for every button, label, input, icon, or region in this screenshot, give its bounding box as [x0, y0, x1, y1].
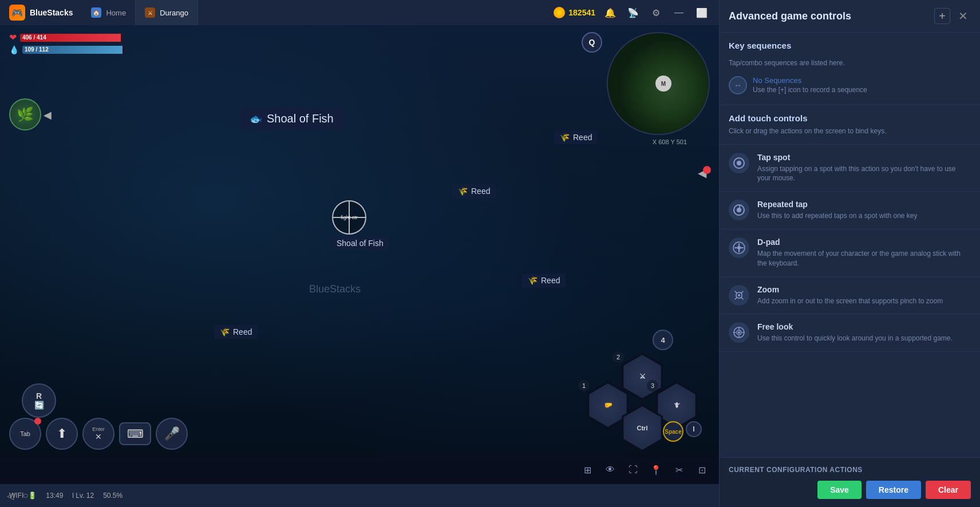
repeated-tap-info: Repeated tap Use this to add repeated ta… [757, 200, 971, 221]
nav-buttons: ◁ ○ [0, 484, 35, 507]
maximize-button[interactable]: ⬜ [694, 5, 710, 21]
sp-text: 109 / 112 [25, 46, 49, 53]
back-button[interactable]: ◁ [7, 490, 14, 501]
tap-spot-item[interactable]: Tap spot Assign tapping on a spot with t… [720, 145, 980, 192]
config-actions: Current configuration actions Save Resto… [720, 457, 980, 507]
bottom-hud: Tab ⬆ Enter ✕ ⌨ 🎤 [9, 418, 188, 450]
no-sequences-area: ↔ No Sequences Use the [+] icon to recor… [729, 74, 971, 97]
minimap-inner: M [608, 33, 709, 134]
shoal-cursor-popup: Shoal of Fish [332, 237, 388, 249]
hud-expand-arrow[interactable]: ◀ [44, 109, 52, 121]
key-seq-header: Key sequences [729, 41, 971, 54]
network-icon[interactable]: 📡 [625, 5, 641, 21]
reed-text-2: Reed [471, 187, 490, 196]
tap-spot-desc: Assign tapping on a spot with this actio… [757, 164, 971, 184]
i-label: I [686, 421, 702, 437]
free-look-icon [729, 322, 749, 343]
gold-icon [554, 7, 565, 18]
i-button[interactable]: I [686, 421, 702, 437]
crosshair: fight ctr [332, 200, 366, 235]
fight-cursor: fight ctr Shoal of Fish [332, 200, 388, 249]
top-bar: 🎮 BlueStacks 🏠 Home ⚔ Durango 182541 🔔 📡… [0, 0, 719, 25]
tap-spot-icon [729, 153, 749, 173]
svg-point-6 [738, 294, 740, 296]
repeated-tap-icon [729, 200, 749, 220]
repeated-tap-desc: Use this to add repeated taps on a spot … [757, 211, 971, 221]
r-label: R [36, 391, 42, 401]
add-button[interactable]: + [934, 8, 950, 24]
gold-amount: 182541 [568, 8, 595, 17]
q-button[interactable]: Q [582, 32, 602, 53]
reed-label-4: 🌾 Reed [214, 325, 258, 339]
shoal-label-text: Shoal of Fish [267, 112, 334, 125]
bluestacks-logo-icon: 🎮 [9, 5, 25, 21]
reed-label-3: 🌾 Reed [522, 274, 566, 287]
tap-spot-info: Tap spot Assign tapping on a spot with t… [757, 153, 971, 184]
close-button[interactable]: ✕ [955, 8, 971, 24]
settings-icon[interactable]: ⚙ [648, 5, 664, 21]
notification-icon[interactable]: 🔔 [602, 5, 618, 21]
fullscreen-icon[interactable]: ⛶ [625, 462, 641, 478]
reed-icon-2: 🌾 [458, 187, 468, 196]
gold-display: 182541 [554, 7, 595, 18]
more-icon[interactable]: ⊡ [694, 462, 710, 478]
home-tab[interactable]: 🏠 Home [82, 0, 136, 25]
hud-health: ❤ 406 / 414 💧 109 / 112 [9, 32, 125, 54]
enter-icon: ✕ [95, 432, 102, 441]
home-button[interactable]: ○ [23, 490, 29, 501]
free-look-info: Free look Use this control to quickly lo… [757, 322, 971, 343]
enter-label: Enter [92, 426, 105, 432]
player-avatar[interactable]: 🌿 [9, 98, 41, 130]
mic-button[interactable]: 🎤 [156, 418, 188, 450]
d-pad-desc: Map the movement of your character or th… [757, 249, 971, 268]
zoom-icon [729, 285, 749, 306]
minimize-button[interactable]: — [671, 5, 687, 21]
hp-text: 406 / 414 [22, 34, 46, 41]
grid-icon[interactable]: ⊞ [579, 462, 595, 478]
zoom-item[interactable]: Zoom Add zoom in or out to the screen th… [720, 277, 980, 315]
reed-label-2: 🌾 Reed [452, 184, 496, 198]
no-sequences-label: No Sequences [753, 76, 867, 85]
d-pad-name: D-pad [757, 237, 971, 247]
save-button[interactable]: Save [817, 481, 862, 499]
fish-icon: 🐟 [250, 113, 262, 125]
tab-button[interactable]: Tab [9, 418, 41, 450]
app-logo: 🎮 BlueStacks [0, 5, 82, 21]
repeated-tap-name: Repeated tap [757, 200, 971, 209]
minimap-player-marker: M [655, 76, 671, 92]
keyboard-button[interactable]: ⌨ [119, 422, 151, 445]
skill-btn-4[interactable]: 4 [653, 330, 673, 350]
level-display: l Lv. 12 [72, 492, 94, 500]
eye-icon[interactable]: 👁 [602, 462, 618, 478]
config-actions-title: Current configuration actions [729, 466, 971, 474]
r-icon: 🔄 [34, 401, 44, 410]
panel-content: Key sequences Tap/combo sequences are li… [720, 33, 980, 457]
game-tab-label: Durango [160, 9, 188, 17]
enter-button[interactable]: Enter ✕ [82, 418, 114, 450]
up-arrow-button[interactable]: ⬆ [46, 418, 78, 450]
config-buttons: Save Restore Clear [729, 481, 971, 499]
restore-button[interactable]: Restore [866, 481, 921, 499]
free-look-item[interactable]: Free look Use this control to quickly lo… [720, 314, 980, 352]
location-icon[interactable]: 📍 [648, 462, 664, 478]
scissors-icon[interactable]: ✂ [671, 462, 687, 478]
d-pad-item[interactable]: D-pad Map the movement of your character… [720, 229, 980, 277]
zoom-info: Zoom Add zoom in or out to the screen th… [757, 285, 971, 306]
game-tab[interactable]: ⚔ Durango [136, 0, 198, 25]
reed-icon-4: 🌾 [220, 327, 230, 336]
svg-point-9 [738, 331, 740, 334]
tab-red-badge [34, 418, 41, 425]
space-button[interactable]: Space [663, 421, 683, 442]
reed-text-4: Reed [233, 327, 252, 336]
tab-label: Tab [20, 430, 30, 437]
reed-icon-1: 🌾 [560, 133, 570, 142]
game-tab-icon: ⚔ [145, 7, 155, 18]
sequences-icon: ↔ [729, 76, 747, 94]
r-hud-button[interactable]: R 🔄 [22, 383, 56, 418]
clear-button[interactable]: Clear [926, 481, 971, 499]
repeated-tap-item[interactable]: Repeated tap Use this to add repeated ta… [720, 192, 980, 229]
skill-3-label: 3 [647, 380, 658, 391]
home-tab-icon: 🏠 [91, 7, 101, 18]
reed-icon-3: 🌾 [528, 276, 538, 285]
game-area: 🎮 BlueStacks 🏠 Home ⚔ Durango 182541 🔔 📡… [0, 0, 719, 507]
